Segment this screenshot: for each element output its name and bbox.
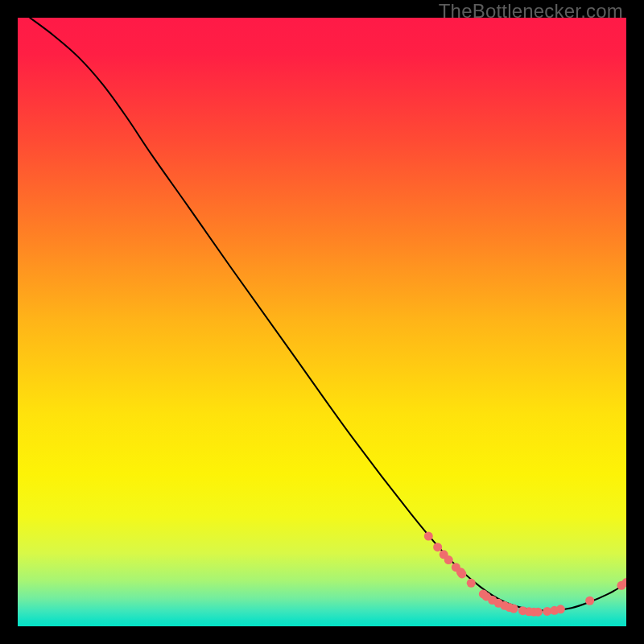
data-marker (534, 608, 543, 617)
data-marker (510, 605, 518, 613)
bottleneck-chart (18, 18, 626, 626)
data-marker (556, 605, 565, 613)
data-marker (433, 543, 442, 551)
data-marker (444, 555, 453, 564)
data-marker (585, 597, 594, 605)
data-marker (467, 579, 476, 588)
chart-stage: TheBottlenecker.com (0, 0, 644, 644)
gradient-background (18, 18, 626, 626)
data-marker (424, 532, 433, 541)
data-marker (457, 569, 466, 578)
